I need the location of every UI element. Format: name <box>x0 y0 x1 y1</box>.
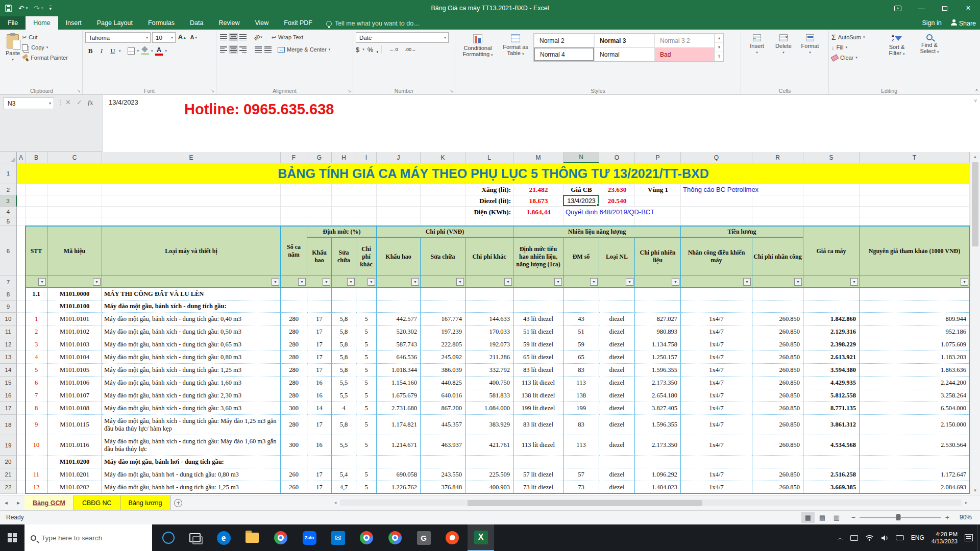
gallery-down-button[interactable]: ▼ <box>715 43 723 52</box>
cell-J20[interactable] <box>377 456 421 468</box>
cell-G20[interactable] <box>307 456 332 468</box>
filter-button-S[interactable]: ▼ <box>850 278 858 286</box>
cell-P12[interactable]: 1.134.758 <box>635 338 681 351</box>
cell-K5[interactable] <box>421 217 465 226</box>
cell-M19[interactable]: 113 lít diezel <box>513 435 564 456</box>
cell-Q2[interactable]: Thông cáo BC Petrolimex <box>681 184 761 195</box>
cell-I12[interactable]: 5 <box>356 338 377 351</box>
cell-N2[interactable]: Giá CB <box>564 184 599 195</box>
column-header-J[interactable]: J <box>377 152 421 163</box>
cell-E8[interactable]: MÁY THI CÔNG ĐẤT VÀ LU LÈN <box>102 288 281 300</box>
cell-N22[interactable]: 73 <box>564 481 599 494</box>
cell-A15[interactable] <box>17 377 26 389</box>
cell-S9[interactable] <box>803 300 860 313</box>
cell-Q10[interactable]: 1x4/7 <box>681 313 752 325</box>
cell-H14[interactable]: 5,8 <box>332 364 356 377</box>
start-button[interactable] <box>0 524 24 551</box>
formula-input[interactable]: 13/4/2023 Hotline: 0965.635.638 ˅ <box>102 95 980 152</box>
cell-P14[interactable]: 1.596.355 <box>635 364 681 377</box>
cell-M17[interactable]: 199 lít diezel <box>513 402 564 415</box>
cell-M21[interactable]: 57 lít diezel <box>513 468 564 481</box>
cell-I3[interactable] <box>356 195 377 207</box>
cell-A13[interactable] <box>17 351 26 364</box>
cell-B19[interactable]: 10 <box>26 435 47 456</box>
cell-O17[interactable]: diezel <box>599 402 635 415</box>
cell-E4[interactable] <box>102 207 281 217</box>
cell-E15[interactable]: Máy đào một gầu, bánh xích - dung tích g… <box>102 377 281 389</box>
cell-P18[interactable]: 1.596.355 <box>635 415 681 435</box>
cell-N19[interactable]: 113 <box>564 435 599 456</box>
taskbar-mail[interactable]: ✉ <box>325 524 351 551</box>
cell-G16[interactable]: 16 <box>307 389 332 402</box>
tab-insert[interactable]: Insert <box>58 16 89 30</box>
cell-R5[interactable] <box>752 217 803 226</box>
cell-R4[interactable] <box>752 207 803 217</box>
horizontal-scrollbar[interactable]: ◂ ▸ <box>332 499 970 506</box>
cell-R22[interactable]: 260.850 <box>752 481 803 494</box>
cell-A5[interactable] <box>17 217 26 226</box>
cell-A4[interactable] <box>17 207 26 217</box>
cell-G13[interactable]: 17 <box>307 351 332 364</box>
cell-K3[interactable] <box>421 195 465 207</box>
cell-E12[interactable]: Máy đào một gầu, bánh xích - dung tích g… <box>102 338 281 351</box>
cortana-button[interactable] <box>156 524 181 551</box>
cell-G15[interactable]: 16 <box>307 377 332 389</box>
zoom-slider[interactable] <box>860 517 941 518</box>
cell-L13[interactable]: 211.286 <box>465 351 513 364</box>
borders-button[interactable] <box>126 46 136 56</box>
cell-K10[interactable]: 167.774 <box>421 313 465 325</box>
cell-O19[interactable]: diezel <box>599 435 635 456</box>
row-header-5[interactable]: 5 <box>0 217 17 226</box>
cell-P3[interactable] <box>635 195 681 207</box>
cell-T11[interactable]: 952.186 <box>860 325 970 338</box>
volume-icon[interactable] <box>881 535 889 541</box>
cell-Q13[interactable]: 1x4/7 <box>681 351 752 364</box>
cell-F15[interactable]: 280 <box>281 377 307 389</box>
cell-T17[interactable]: 6.504.000 <box>860 402 970 415</box>
cell-J8[interactable] <box>377 288 421 300</box>
table-header-P[interactable]: Chi phí nhiên liệu <box>635 237 681 276</box>
cell-T3[interactable] <box>860 195 970 207</box>
cell-B3[interactable] <box>26 195 47 207</box>
cell-C8[interactable]: M101.0000 <box>47 288 102 300</box>
cell-T22[interactable]: 2.084.693 <box>860 481 970 494</box>
comma-style-button[interactable]: , <box>376 46 378 54</box>
table-header-G[interactable]: Khấu hao <box>307 237 332 276</box>
cell-K12[interactable]: 222.805 <box>421 338 465 351</box>
cell-L17[interactable]: 1.084.000 <box>465 402 513 415</box>
cell-M12[interactable]: 59 lít diezel <box>513 338 564 351</box>
cell-J5[interactable] <box>377 217 421 226</box>
cell-Q8[interactable] <box>681 288 752 300</box>
cell-T13[interactable]: 1.183.203 <box>860 351 970 364</box>
cell-K21[interactable]: 243.550 <box>421 468 465 481</box>
cell-I4[interactable] <box>356 207 377 217</box>
vertical-scrollbar[interactable]: ▲ ▼ <box>970 152 980 495</box>
cell-I9[interactable] <box>356 300 377 313</box>
filter-button-M[interactable]: ▼ <box>554 278 562 286</box>
cell-T8[interactable] <box>860 288 970 300</box>
cell-Q3[interactable] <box>681 195 752 207</box>
cell-L21[interactable]: 225.509 <box>465 468 513 481</box>
table-header-I[interactable]: Chi phí khác <box>356 237 377 276</box>
cell-M8[interactable] <box>513 288 564 300</box>
cell-C17[interactable]: M101.0108 <box>47 402 102 415</box>
cell-F21[interactable]: 260 <box>281 468 307 481</box>
cell-G11[interactable]: 17 <box>307 325 332 338</box>
cell-H8[interactable] <box>332 288 356 300</box>
cell-R8[interactable] <box>752 288 803 300</box>
cell-L5[interactable] <box>465 217 513 226</box>
cell-Q22[interactable]: 1x4/7 <box>681 481 752 494</box>
action-center-icon[interactable] <box>965 534 973 541</box>
cell-S8[interactable] <box>803 288 860 300</box>
cell-T21[interactable]: 1.172.647 <box>860 468 970 481</box>
sheet-title-row[interactable]: BẢNG TÍNH GIÁ CA MÁY THEO PHỤ LỤC 5 THÔN… <box>17 163 970 184</box>
cell-G21[interactable]: 17 <box>307 468 332 481</box>
style-normal-3-2[interactable]: Normal 3 2 <box>654 34 715 47</box>
cell-Q20[interactable] <box>681 456 752 468</box>
scroll-left-arrow[interactable]: ◂ <box>332 499 339 506</box>
scroll-down-arrow[interactable]: ▼ <box>970 486 980 495</box>
filter-button-H[interactable]: ▼ <box>347 278 355 286</box>
cell-T4[interactable] <box>860 207 970 217</box>
cell-P10[interactable]: 827.027 <box>635 313 681 325</box>
cell-F2[interactable] <box>281 184 307 195</box>
